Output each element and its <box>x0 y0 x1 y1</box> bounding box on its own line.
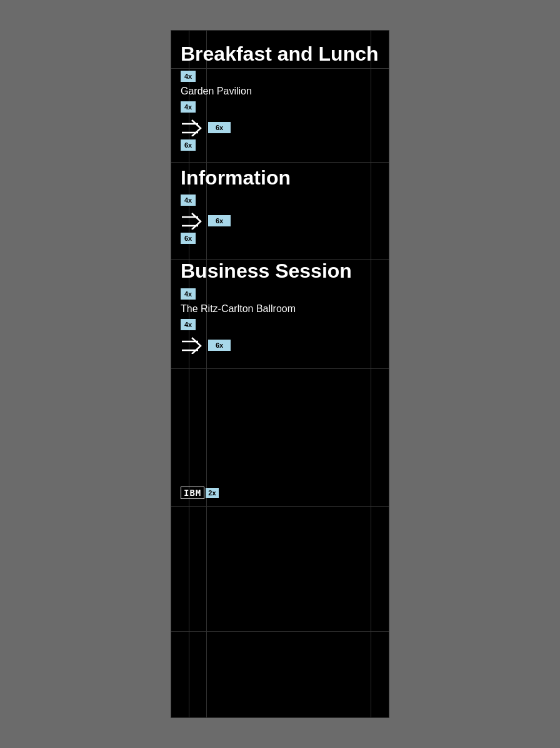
section-business-session: Business Session 4x The Ritz-Carlton Bal… <box>181 260 379 353</box>
information-arrow-row: 6x <box>181 212 379 230</box>
ibm-badge: 2x <box>206 488 218 498</box>
ibm-logo-text: IBM <box>181 487 204 499</box>
breakfast-venue: Garden Pavilion <box>181 86 379 97</box>
section-breakfast-lunch: Breakfast and Lunch 4x Garden Pavilion 4… <box>181 43 379 154</box>
breakfast-badge2: 4x <box>181 101 196 113</box>
business-arrow-badge: 6x <box>208 340 231 351</box>
breakfast-badge1: 4x <box>181 71 196 82</box>
main-content: Breakfast and Lunch 4x Garden Pavilion 4… <box>171 31 389 512</box>
business-session-title: Business Session <box>181 260 379 282</box>
page-container: Breakfast and Lunch 4x Garden Pavilion 4… <box>171 30 389 718</box>
business-venue: The Ritz-Carlton Ballroom <box>181 303 379 315</box>
information-badge1: 4x <box>181 195 196 206</box>
bottom-spacer <box>181 356 379 482</box>
breakfast-lunch-title: Breakfast and Lunch <box>181 43 379 65</box>
arrow-right-icon-1 <box>181 119 203 136</box>
section-information: Information 4x 6x 6x <box>181 167 379 248</box>
breakfast-bottom-badge: 6x <box>181 139 196 151</box>
business-arrow-row: 6x <box>181 336 379 354</box>
information-arrow-badge: 6x <box>208 215 231 226</box>
ibm-logo-area: IBM 2x <box>181 487 379 499</box>
information-title: Information <box>181 167 379 189</box>
information-bottom-badge: 6x <box>181 233 196 244</box>
breakfast-arrow-row: 6x <box>181 119 379 136</box>
business-badge2: 4x <box>181 319 196 330</box>
arrow-right-icon-3 <box>181 336 203 354</box>
breakfast-arrow-badge: 6x <box>208 122 231 133</box>
business-badge1: 4x <box>181 288 196 300</box>
arrow-right-icon-2 <box>181 212 203 230</box>
